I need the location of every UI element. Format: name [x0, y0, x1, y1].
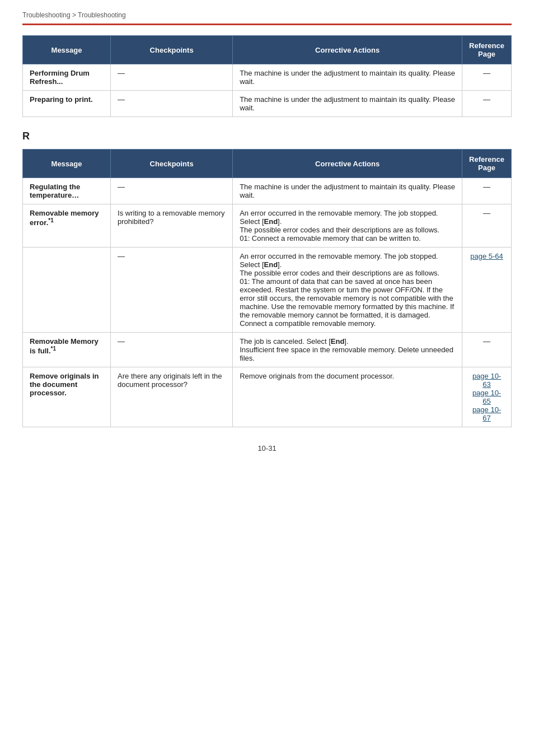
message-cell: Preparing to print.	[23, 91, 111, 117]
checkpoints-cell: —	[111, 333, 233, 367]
ref-cell: —	[462, 333, 512, 367]
ref-link[interactable]: page 10-65	[472, 389, 501, 405]
bottom-table-header-corrective: Corrective Actions	[233, 150, 462, 178]
ref-cell: —	[462, 178, 512, 204]
corrective-cell: The machine is under the adjustment to m…	[233, 178, 462, 204]
corrective-cell: An error occurred in the removable memor…	[233, 204, 462, 248]
section-r-label: R	[22, 130, 512, 142]
message-cell	[23, 248, 111, 333]
ref-cell: —	[462, 91, 512, 117]
breadcrumb: Troubleshooting > Troubleshooting	[22, 11, 512, 19]
message-cell: Regulating the temperature…	[23, 178, 111, 204]
top-table-header-checkpoints: Checkpoints	[111, 36, 233, 64]
table-row: Removable Memory is full.*1—The job is c…	[23, 333, 512, 367]
table-row: Regulating the temperature…—The machine …	[23, 178, 512, 204]
table-row: Removable memory error.*1Is writing to a…	[23, 204, 512, 248]
checkpoints-cell: —	[111, 248, 233, 333]
page-number: 10-31	[22, 444, 512, 452]
message-cell: Remove originals in the document process…	[23, 367, 111, 427]
ref-cell: —	[462, 64, 512, 91]
top-table-header-message: Message	[23, 36, 111, 64]
bottom-table-header-ref: ReferencePage	[462, 150, 512, 178]
top-table: Message Checkpoints Corrective Actions R…	[22, 35, 512, 117]
ref-link[interactable]: page 10-63	[472, 372, 501, 389]
table-row: Preparing to print.—The machine is under…	[23, 91, 512, 117]
checkpoints-cell: —	[111, 91, 233, 117]
table-row: Performing Drum Refresh...—The machine i…	[23, 64, 512, 91]
checkpoints-cell: Are there any originals left in the docu…	[111, 367, 233, 427]
ref-cell: —	[462, 204, 512, 248]
ref-link[interactable]: page 10-67	[472, 405, 501, 422]
top-table-header-corrective: Corrective Actions	[233, 36, 462, 64]
top-table-header-ref: ReferencePage	[462, 36, 512, 64]
message-cell: Performing Drum Refresh...	[23, 64, 111, 91]
corrective-cell: The machine is under the adjustment to m…	[233, 64, 462, 91]
corrective-cell: An error occurred in the removable memor…	[233, 248, 462, 333]
ref-cell[interactable]: page 10-63page 10-65page 10-67	[462, 367, 512, 427]
table-row: —An error occurred in the removable memo…	[23, 248, 512, 333]
corrective-cell: The job is canceled. Select [End].Insuff…	[233, 333, 462, 367]
top-border-divider	[22, 24, 512, 25]
checkpoints-cell: —	[111, 178, 233, 204]
ref-link[interactable]: page 5-64	[470, 252, 503, 260]
table-row: Remove originals in the document process…	[23, 367, 512, 427]
corrective-cell: Remove originals from the document proce…	[233, 367, 462, 427]
bottom-table-header-message: Message	[23, 150, 111, 178]
bottom-table-header-checkpoints: Checkpoints	[111, 150, 233, 178]
message-cell: Removable Memory is full.*1	[23, 333, 111, 367]
corrective-cell: The machine is under the adjustment to m…	[233, 91, 462, 117]
checkpoints-cell: Is writing to a removable memory prohibi…	[111, 204, 233, 248]
bottom-table: Message Checkpoints Corrective Actions R…	[22, 149, 512, 427]
checkpoints-cell: —	[111, 64, 233, 91]
ref-cell[interactable]: page 5-64	[462, 248, 512, 333]
message-cell: Removable memory error.*1	[23, 204, 111, 248]
